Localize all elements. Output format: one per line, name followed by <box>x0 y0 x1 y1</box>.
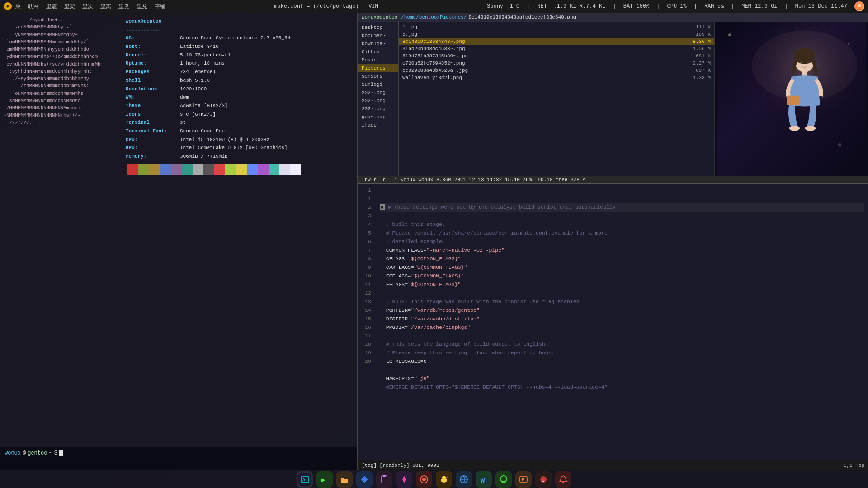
line-num-13: 13 <box>358 298 373 306</box>
mem-status: MEM 12.9 Gi <box>741 3 777 9</box>
swatch-13 <box>258 164 269 175</box>
dock-alacritty[interactable]: A <box>297 471 313 488</box>
svg-point-10 <box>805 126 816 131</box>
swatch-7 <box>193 164 203 175</box>
sidebar-item-desktop[interactable]: Desktop <box>358 23 398 32</box>
bat-status: BAT 100% <box>623 3 650 9</box>
line-num-9: 9 <box>358 263 373 272</box>
swatch-14 <box>269 164 279 175</box>
svg-point-14 <box>728 33 731 36</box>
neofetch-ascii: -/oyddmdhs+:. -odNMMMMMMMMMMNhy+-` -yNMM… <box>4 16 126 444</box>
sidebar-item-sensors[interactable]: sensors <box>358 72 398 80</box>
dock-whatsapp[interactable] <box>495 471 512 488</box>
file-item-c720[interactable]: c720a52fc7594852~.png 2.27 M <box>399 60 714 67</box>
line-num-4: 4 <box>358 221 373 229</box>
file-item-5jpg[interactable]: 5.jpg 189 K <box>399 31 714 38</box>
svg-point-36 <box>442 476 446 479</box>
net-status: NET T:1.9 Ki R:7.4 Ki <box>537 3 605 9</box>
line-num-17: 17 <box>358 332 373 340</box>
dock-notify[interactable] <box>555 471 571 488</box>
svg-text:W: W <box>481 477 485 485</box>
dock-vscode[interactable] <box>356 471 373 488</box>
swatch-4 <box>160 164 171 175</box>
app-menu-9[interactable]: 平铺 <box>155 3 165 10</box>
dock-duck[interactable] <box>436 471 452 488</box>
dock-gitk[interactable] <box>396 471 412 488</box>
swatch-11 <box>236 164 247 175</box>
dock-present[interactable]: P <box>515 471 532 488</box>
prompt-host: gentoo <box>28 450 47 456</box>
dock-clipboard[interactable] <box>376 471 392 488</box>
app-menu-7[interactable]: 里良 <box>118 3 129 10</box>
svg-point-2 <box>858 4 861 7</box>
separator: | <box>527 3 530 9</box>
app-menu-4[interactable]: 里架 <box>64 3 75 10</box>
sidebar-item-github[interactable]: Github <box>358 48 398 56</box>
topbar-window-title: make.conf = (/etc/portage) - VIM <box>274 3 378 9</box>
app-menu-5[interactable]: 里次 <box>82 3 93 10</box>
fm-file-list: 1.jpg 111 K 5.jpg 189 K 8c14819c13634348… <box>399 22 714 176</box>
app-menu-2[interactable]: 叻冲 <box>28 3 39 10</box>
line-num-6: 6 <box>358 238 373 246</box>
swatch-12 <box>247 164 258 175</box>
file-name: 8c14819c13634348~.png <box>402 39 680 44</box>
dock-activity[interactable] <box>416 471 432 488</box>
sidebar-item-sunlogit[interactable]: Sunlogi~ <box>358 80 398 89</box>
terminal-upper: -/oyddmdhs+:. -odNMMMMMMMMMMNhy+-` -yNMM… <box>0 13 357 447</box>
line-num-3: 3 <box>358 212 373 221</box>
swatch-9 <box>214 164 225 175</box>
file-item-619d[interactable]: 619d751b387345b89~.jpg 681 K <box>399 52 714 60</box>
svg-point-30 <box>403 478 406 481</box>
svg-point-50 <box>562 482 564 483</box>
datetime-status: Mon 13 Dec 11:47 <box>795 3 847 9</box>
sidebar-item-202a[interactable]: 202~.png <box>358 89 398 97</box>
dock-browser[interactable] <box>456 471 472 488</box>
swatch-10 <box>225 164 236 175</box>
dock-word[interactable]: W <box>476 471 492 488</box>
sidebar-item-202c[interactable]: 202~.png <box>358 105 398 113</box>
sidebar-item-gua[interactable]: gua~.cap <box>358 113 398 121</box>
line-num-7: 7 <box>358 246 373 255</box>
pane-divider <box>357 13 358 470</box>
separator: | <box>613 3 616 9</box>
app-menu-3[interactable]: 里震 <box>46 3 57 10</box>
dock-okular[interactable]: O <box>535 471 552 488</box>
fm-status-text: -rw-r--r-- 1 wonux wonux 8.36M 2021-12-1… <box>362 177 591 183</box>
dock-files[interactable] <box>336 471 353 488</box>
file-item-8c14[interactable]: 8c14819c13634348~.png 8.36 M <box>399 38 714 45</box>
vim-code-area[interactable]: ■ # These settings were set by the catal… <box>376 184 868 460</box>
fm-sidebar: Desktop Documen~ Downloa~ Github Music P… <box>358 22 399 176</box>
topbar-right: Sunny -1°C | NET T:1.9 Ki R:7.4 Ki | BAT… <box>487 1 864 11</box>
swatch-8 <box>203 164 214 175</box>
sidebar-item-iface[interactable]: iface <box>358 121 398 129</box>
file-item-ce32[interactable]: ce329083a43b4526a~.jpg 607 K <box>399 67 714 74</box>
file-size: 1.38 M <box>684 75 711 80</box>
terminal-lower: wonux @ gentoo ~ $ <box>0 447 357 470</box>
app-menu-1[interactable]: 乘 <box>15 3 21 10</box>
vim-cmdbar: [tag] [readonly] 30L, 999B 1,1 Top <box>358 460 868 470</box>
fm-preview <box>714 22 868 176</box>
topbar-logo[interactable] <box>4 2 12 10</box>
sidebar-item-documents[interactable]: Documen~ <box>358 32 398 40</box>
right-pane: wonux@gentoo /home/gentoo/Pictures/ 8c14… <box>358 13 868 470</box>
dock-terminal[interactable]: ▶ _ <box>316 471 333 488</box>
app-menu-6[interactable]: 里离 <box>100 3 111 10</box>
svg-text:_: _ <box>325 480 327 484</box>
line-num-14: 14 <box>358 306 373 315</box>
sidebar-item-pictures[interactable]: Pictures <box>358 64 398 72</box>
sidebar-item-music[interactable]: Music <box>358 56 398 64</box>
svg-point-25 <box>363 478 366 481</box>
file-item-316b[interactable]: 316b20b048dc4583~.jpg 1.56 M <box>399 45 714 52</box>
file-item-1jpg[interactable]: 1.jpg 111 K <box>399 23 714 31</box>
ram-status: RAM 5% <box>704 3 724 9</box>
file-name: 619d751b387345b89~.jpg <box>402 53 680 59</box>
fm-statusbar: -rw-r--r-- 1 wonux wonux 8.36M 2021-12-1… <box>358 176 868 183</box>
svg-text:P: P <box>522 478 524 483</box>
app-menu-8[interactable]: 里兑 <box>137 3 147 10</box>
sidebar-item-downloads[interactable]: Downloa~ <box>358 40 398 48</box>
file-name: 316b20b048dc4583~.jpg <box>402 46 680 52</box>
swatch-16 <box>290 164 301 175</box>
sidebar-item-202b[interactable]: 202~.png <box>358 97 398 105</box>
file-manager: wonux@gentoo /home/gentoo/Pictures/ 8c14… <box>358 13 868 184</box>
file-item-wallhaven[interactable]: wallhaven-yj8d2l.png 1.38 M <box>399 74 714 81</box>
